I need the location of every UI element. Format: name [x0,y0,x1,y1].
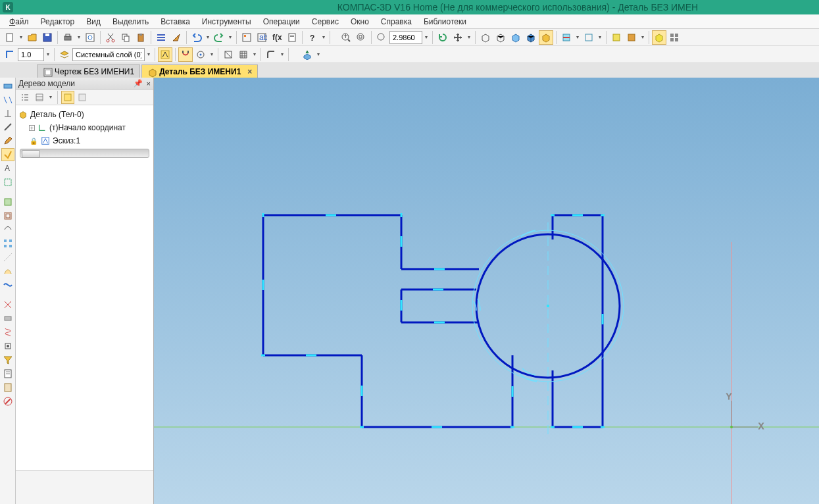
menu-service[interactable]: Сервис [307,16,344,28]
tree-origin[interactable]: + (т)Начало координат [17,121,152,134]
shaded-edges-button[interactable] [524,30,538,45]
print-button[interactable] [61,30,75,45]
cut-button[interactable] [103,30,118,45]
zoom-in-button[interactable]: + [339,30,353,45]
shaded-button[interactable] [509,30,523,45]
panel-close-icon[interactable]: × [147,80,151,88]
section-button[interactable] [559,30,574,45]
measure-tool[interactable]: A [1,162,14,175]
sketch-geometry[interactable] [261,213,624,440]
menu-insert[interactable]: Вставка [155,16,195,28]
copy-button[interactable] [118,30,133,45]
material-dropdown[interactable]: ▾ [639,30,646,45]
spring-tool[interactable] [1,326,14,339]
viewport[interactable]: Y X [154,78,819,504]
save-button[interactable] [40,30,55,45]
redo-button[interactable] [212,30,226,45]
tree-mode-1[interactable] [18,91,32,104]
surface-tool[interactable] [1,265,14,278]
constraints-button[interactable] [221,47,236,62]
properties-button[interactable] [154,30,168,45]
sheet-tool[interactable] [1,312,14,325]
highlight-button[interactable] [652,30,666,45]
rebuild-button[interactable] [667,30,682,45]
undo-button[interactable] [189,30,204,45]
sketch-button[interactable] [158,47,172,62]
snap-button[interactable] [178,47,193,62]
line-tool[interactable] [1,120,14,134]
menu-libraries[interactable]: Библиотеки [418,16,472,28]
manager-button[interactable] [239,30,254,45]
face-tool[interactable] [1,195,14,209]
layer-manager-button[interactable] [57,47,72,62]
extrude-button[interactable] [300,47,314,62]
redo-dropdown[interactable]: ▾ [227,30,234,45]
undo-dropdown[interactable]: ▾ [205,30,211,45]
tree-mode-dropdown[interactable]: ▾ [47,90,54,105]
zoom-area-button[interactable] [374,30,389,45]
element-tool[interactable] [1,340,14,353]
ortho-button[interactable] [3,47,17,62]
pan-button[interactable] [451,30,465,45]
weld-tool[interactable] [1,298,14,311]
snap-dropdown[interactable]: ▾ [209,47,215,62]
grid-button[interactable] [236,47,251,62]
extrude-dropdown[interactable]: ▾ [315,47,322,62]
menu-help[interactable]: Справка [376,16,417,28]
print-dropdown[interactable]: ▾ [76,30,82,45]
spec-tool[interactable] [1,367,14,380]
auxline-tool[interactable] [1,251,14,264]
report-button[interactable] [285,30,299,45]
perspective-button[interactable] [539,30,553,45]
simplify-button[interactable] [582,30,596,45]
tab-part[interactable]: Деталь БЕЗ ИМЕНИ1 × [141,64,258,78]
tree-sketch[interactable]: 🔒 Эскиз:1 [17,134,152,147]
new-dropdown[interactable]: ▾ [18,30,24,45]
brush-button[interactable] [169,30,184,45]
paste-button[interactable] [134,30,148,45]
tab-drawing[interactable]: Чертеж БЕЗ ИМЕНИ1 [37,64,140,78]
expand-icon[interactable]: + [29,125,35,131]
new-button[interactable] [3,30,17,45]
help-button[interactable]: ? [305,30,320,45]
array-tool[interactable] [1,237,14,250]
menu-tools[interactable]: Инструменты [197,16,257,28]
menu-file[interactable]: Файл [4,16,34,28]
sketch-canvas[interactable]: Y X [154,78,819,504]
simplify-dropdown[interactable]: ▾ [597,30,603,45]
scale-dropdown[interactable]: ▾ [45,47,51,62]
filter-tool[interactable] [1,353,14,366]
grid-dropdown[interactable]: ▾ [251,47,258,62]
dimension-tool[interactable] [1,93,14,106]
print-preview-button[interactable] [83,30,97,45]
fx-button[interactable]: f(x) [270,30,284,45]
color-button[interactable] [609,30,624,45]
refresh-button[interactable] [435,30,450,45]
round-dropdown[interactable]: ▾ [279,47,285,62]
material-button[interactable] [624,30,639,45]
tree-display-2[interactable] [76,91,89,104]
layer-dropdown[interactable]: ▾ [145,47,152,62]
zoom-dropdown[interactable]: ▾ [423,30,430,45]
pan-dropdown[interactable]: ▾ [466,30,472,45]
report-tool[interactable] [1,381,14,394]
spatial-tool[interactable] [1,223,14,236]
wireframe-button[interactable] [478,30,493,45]
scale-input[interactable] [18,48,44,61]
tree-slider[interactable] [20,149,149,158]
menu-operations[interactable]: Операции [258,16,305,28]
help-dropdown[interactable]: ▾ [320,30,327,45]
round-button[interactable] [264,47,278,62]
snap-settings-button[interactable] [193,47,208,62]
layer-select[interactable] [72,48,145,61]
zoom-fit-button[interactable] [354,30,368,45]
select-tool[interactable] [1,176,14,189]
menu-editor[interactable]: Редактор [36,16,80,28]
curve-tool[interactable] [1,278,14,291]
hidden-button[interactable] [493,30,508,45]
menu-select[interactable]: Выделить [107,16,154,28]
pin-icon[interactable]: 📌 [134,79,143,88]
geometry-tool[interactable] [1,79,14,92]
close-icon[interactable]: × [247,67,252,76]
tree-root[interactable]: Деталь (Тел-0) [17,108,152,121]
